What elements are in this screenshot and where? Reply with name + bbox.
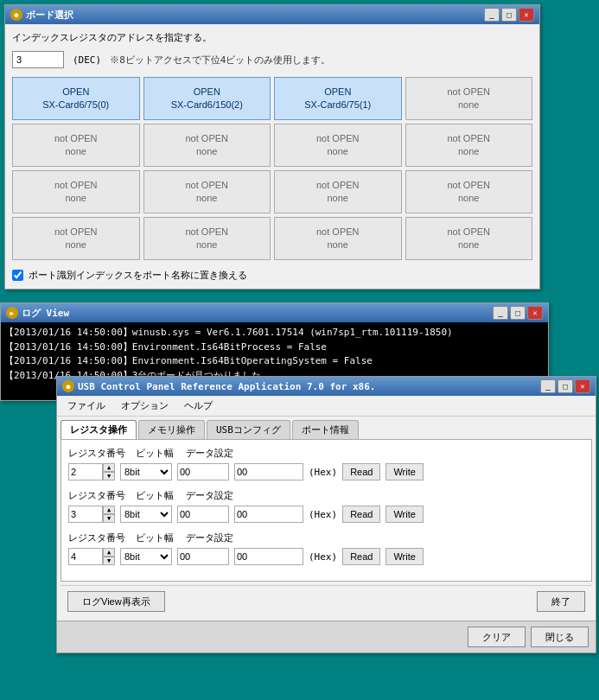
usb-panel-close-btn[interactable]: ✕ [575, 379, 590, 393]
board-btn-10[interactable]: not OPEN none [274, 170, 402, 213]
reg-row-3-container: レジスタ番号 ビット幅 データ設定 ▲ ▼ 8bit 16bit 32bit [68, 531, 584, 565]
board-btn-5[interactable]: not OPEN none [143, 124, 271, 167]
read-btn-1[interactable]: Read [342, 463, 380, 480]
bit-select-1[interactable]: 8bit 16bit 32bit [120, 463, 172, 480]
data-input-3b[interactable] [234, 548, 303, 565]
menu-help[interactable]: ヘルプ [177, 398, 220, 414]
log-line-2: 【2013/01/16 14:50:00】Environment.Is64Bit… [4, 354, 545, 369]
log-view-close-btn[interactable]: ✕ [527, 306, 543, 320]
board-btn-13[interactable]: not OPEN none [143, 217, 271, 260]
reg-num-input-1[interactable] [68, 463, 103, 480]
usb-panel-titlebar-buttons: _ □ ✕ [540, 379, 590, 393]
board-select-minimize-btn[interactable]: _ [484, 8, 500, 22]
usb-panel-maximize-btn[interactable]: □ [558, 379, 573, 393]
board-btn-0[interactable]: OPEN SX-Card6/75(0) [12, 77, 140, 120]
spin-up-1[interactable]: ▲ [103, 463, 115, 472]
close-btn[interactable]: 閉じる [531, 627, 589, 647]
board-btn-11[interactable]: not OPEN none [405, 170, 533, 213]
clear-btn[interactable]: クリア [468, 627, 526, 647]
board-btn-2[interactable]: OPEN SX-Card6/75(1) [274, 77, 402, 120]
reg-row-3-inputs: ▲ ▼ 8bit 16bit 32bit (Hex) Read Write [68, 548, 584, 565]
tab-memory-ops[interactable]: メモリ操作 [138, 420, 205, 439]
board-btn-12[interactable]: not OPEN none [12, 217, 140, 260]
board-btn-6[interactable]: not OPEN none [274, 124, 402, 167]
board-btn-7[interactable]: not OPEN none [405, 124, 533, 167]
board-grid: OPEN SX-Card6/75(0) OPEN SX-Card6/150(2)… [12, 77, 532, 260]
usb-panel-title: USB Control Panel Reference Application … [78, 381, 375, 392]
read-btn-2[interactable]: Read [342, 506, 380, 523]
board-btn-9[interactable]: not OPEN none [143, 170, 271, 213]
board-desc: インデックスレジスタのアドレスを指定する。 [12, 31, 532, 44]
panel-bottom: ログView再表示 終了 [61, 585, 592, 617]
usb-panel-titlebar: ● USB Control Panel Reference Applicatio… [57, 377, 596, 396]
spin-down-1[interactable]: ▼ [103, 472, 115, 480]
data-label-2: データ設定 [186, 489, 233, 502]
data-input-1a[interactable] [177, 463, 229, 480]
board-select-titlebar: ● ボード選択 _ □ ✕ [5, 5, 539, 24]
data-input-1b[interactable] [234, 463, 303, 480]
board-address-input[interactable] [12, 51, 64, 68]
reg-row-2-container: レジスタ番号 ビット幅 データ設定 ▲ ▼ 8bit 16bit 32bit [68, 489, 584, 523]
read-btn-3[interactable]: Read [342, 548, 380, 565]
board-btn-4[interactable]: not OPEN none [12, 124, 140, 167]
log-view-minimize-btn[interactable]: _ [493, 306, 508, 320]
bit-label-1: ビット幅 [136, 447, 179, 460]
bit-label-3: ビット幅 [136, 531, 179, 544]
log-line-1: 【2013/01/16 14:50:00】Environment.Is64Bit… [4, 340, 545, 355]
log-view-title: ログ View [22, 307, 69, 320]
data-label-3: データ設定 [186, 531, 233, 544]
board-select-window: ● ボード選択 _ □ ✕ インデックスレジスタのアドレスを指定する。 (DEC… [4, 4, 540, 290]
board-select-titlebar-buttons: _ □ ✕ [484, 8, 534, 22]
board-btn-3[interactable]: not OPEN none [405, 77, 533, 120]
spin-up-3[interactable]: ▲ [103, 548, 115, 557]
hex-label-1: (Hex) [309, 467, 337, 478]
board-btn-15[interactable]: not OPEN none [405, 217, 533, 260]
reg-num-input-2[interactable] [68, 506, 103, 523]
usb-panel-minimize-btn[interactable]: _ [540, 379, 556, 393]
board-btn-8[interactable]: not OPEN none [12, 170, 140, 213]
write-btn-3[interactable]: Write [386, 548, 423, 565]
finish-btn[interactable]: 終了 [537, 591, 585, 612]
write-btn-2[interactable]: Write [386, 506, 423, 523]
tab-register-ops[interactable]: レジスタ操作 [61, 420, 137, 439]
board-btn-14[interactable]: not OPEN none [274, 217, 402, 260]
spin-down-3[interactable]: ▼ [103, 557, 115, 565]
write-btn-1[interactable]: Write [386, 463, 423, 480]
board-checkbox[interactable] [12, 270, 23, 281]
log-view-titlebar-buttons: _ □ ✕ [493, 306, 543, 320]
tab-usb-config[interactable]: USBコンフィグ [207, 420, 290, 439]
log-line-0: 【2013/01/16 14:50:00】winusb.sys = Ver6.1… [4, 326, 545, 340]
board-checkbox-row: ポート識別インデックスをポート名称に置き換える [12, 269, 532, 282]
data-input-3a[interactable] [177, 548, 229, 565]
spin-up-2[interactable]: ▲ [103, 506, 115, 514]
spin-down-2[interactable]: ▼ [103, 514, 115, 523]
board-select-close-btn[interactable]: ✕ [519, 8, 534, 22]
spin-wrapper-2: ▲ ▼ [103, 506, 115, 523]
reg-row-1-inputs: ▲ ▼ 8bit 16bit 32bit (Hex) Read Write [68, 463, 584, 480]
bit-select-3[interactable]: 8bit 16bit 32bit [120, 548, 172, 565]
reg-row-2-inputs: ▲ ▼ 8bit 16bit 32bit (Hex) Read Write [68, 506, 584, 523]
bit-label-2: ビット幅 [136, 489, 179, 502]
board-btn-1[interactable]: OPEN SX-Card6/150(2) [143, 77, 271, 120]
reg-row-1-container: レジスタ番号 ビット幅 データ設定 ▲ ▼ 8bit 16bit 32bit [68, 447, 584, 480]
board-checkbox-label: ポート識別インデックスをポート名称に置き換える [29, 269, 247, 282]
bit-select-2[interactable]: 8bit 16bit 32bit [120, 506, 172, 523]
board-select-icon: ● [10, 9, 22, 21]
reg-label-3: レジスタ番号 [68, 531, 129, 544]
log-view-titlebar: ▶ ログ View _ □ ✕ [1, 303, 548, 322]
reg-label-1: レジスタ番号 [68, 447, 129, 460]
data-input-2a[interactable] [177, 506, 229, 523]
menu-file[interactable]: ファイル [61, 398, 112, 414]
log-refresh-btn[interactable]: ログView再表示 [67, 591, 165, 612]
reg-num-input-3[interactable] [68, 548, 103, 565]
menu-options[interactable]: オプション [114, 398, 175, 414]
usb-panel-icon: ● [62, 380, 74, 392]
reg-num-spin-1: ▲ ▼ [68, 463, 115, 480]
data-input-2b[interactable] [234, 506, 303, 523]
tab-port-info[interactable]: ポート情報 [292, 420, 359, 439]
board-select-maximize-btn[interactable]: □ [501, 8, 517, 22]
log-view-maximize-btn[interactable]: □ [510, 306, 526, 320]
log-view-icon: ▶ [6, 307, 18, 319]
spin-wrapper-1: ▲ ▼ [103, 463, 115, 480]
spin-wrapper-3: ▲ ▼ [103, 548, 115, 565]
